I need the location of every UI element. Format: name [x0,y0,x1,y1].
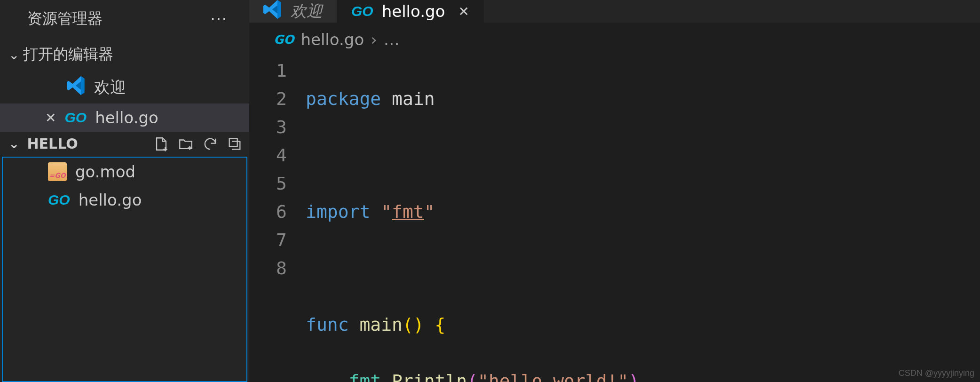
explorer-sidebar: 资源管理器 ··· ⌄ 打开的编辑器 欢迎 ✕ GO hello.go ⌄ HE… [0,0,249,382]
svg-rect-0 [229,138,237,146]
tok: " [424,201,435,222]
explorer-title: 资源管理器 [27,8,103,29]
folder-section-header[interactable]: ⌄ HELLO [0,132,249,156]
tok: func [306,314,349,335]
file-label: hello.go [79,191,142,209]
tok: ( [467,371,478,382]
file-hello-go[interactable]: GO hello.go [3,186,246,214]
line-number: 6 [259,198,287,226]
tab-label: 欢迎 [291,0,323,22]
go-icon: GO [48,192,70,208]
close-icon[interactable]: ✕ [45,110,56,126]
line-number: 5 [259,169,287,198]
tok: main [381,88,435,109]
tok: "hello world!" [478,371,628,382]
breadcrumb[interactable]: GO hello.go › … [249,23,980,56]
tok: fmt [349,371,381,382]
line-gutter: 1 2 3 4 5 6 7 8 [259,56,306,382]
folder-name: HELLO [27,135,78,152]
go-icon: GO [64,110,87,126]
collapse-all-icon[interactable] [227,136,243,152]
open-editor-hello-go[interactable]: ✕ GO hello.go [0,103,249,132]
file-tree: =GO go.mod GO hello.go [2,157,247,382]
watermark: CSDN @yyyyjinying [899,368,974,378]
tab-welcome[interactable]: 欢迎 [249,0,337,23]
tab-hello-go[interactable]: GO hello.go ✕ [337,0,484,23]
explorer-header: 资源管理器 ··· [0,0,249,38]
new-folder-icon[interactable] [178,136,194,152]
code-editor[interactable]: 1 2 3 4 5 6 7 8 package main import "fmt… [249,56,980,382]
tok: main [349,314,403,335]
chevron-right-icon: › [371,30,377,49]
vscode-icon [263,0,282,23]
go-icon: GO [351,3,373,19]
chevron-down-icon: ⌄ [8,136,19,151]
line-number: 8 [259,254,287,282]
tok: fmt [392,201,424,222]
line-number: 1 [259,56,287,85]
tok: { [424,314,446,335]
tok: " [370,201,392,222]
folder-actions [153,136,243,152]
close-icon[interactable]: ✕ [458,4,469,19]
gomod-icon: =GO [48,162,67,181]
open-editors-label: 打开的编辑器 [23,44,113,65]
tok: () [403,314,424,335]
open-editor-label: hello.go [95,108,158,127]
tok: package [306,88,381,109]
go-icon: GO [274,32,294,47]
line-number: 7 [259,226,287,254]
file-label: go.mod [75,162,135,181]
editor-tabs: 欢迎 GO hello.go ✕ [249,0,980,23]
open-editor-welcome[interactable]: 欢迎 [0,72,249,103]
vscode-icon [67,76,86,99]
tok: Println [392,371,467,382]
more-actions-icon[interactable]: ··· [210,10,237,28]
tok: import [306,201,370,222]
tab-label: hello.go [382,2,445,21]
tok: ) [628,371,639,382]
line-number: 2 [259,85,287,113]
open-editor-label: 欢迎 [94,77,126,98]
line-number: 4 [259,141,287,169]
open-editors-section-header[interactable]: ⌄ 打开的编辑器 [0,38,249,72]
code-content[interactable]: package main import "fmt" func main() { … [306,56,961,382]
breadcrumb-file: hello.go [300,30,364,49]
chevron-down-icon: ⌄ [8,47,19,63]
open-editors-list: 欢迎 ✕ GO hello.go [0,72,249,132]
breadcrumb-more: … [384,30,400,49]
refresh-icon[interactable] [202,136,218,152]
file-go-mod[interactable]: =GO go.mod [3,158,246,186]
tok: . [381,371,392,382]
editor-area: 欢迎 GO hello.go ✕ GO hello.go › … 1 2 3 4… [249,0,980,382]
tok [306,371,349,382]
line-number: 3 [259,113,287,141]
new-file-icon[interactable] [153,136,169,152]
